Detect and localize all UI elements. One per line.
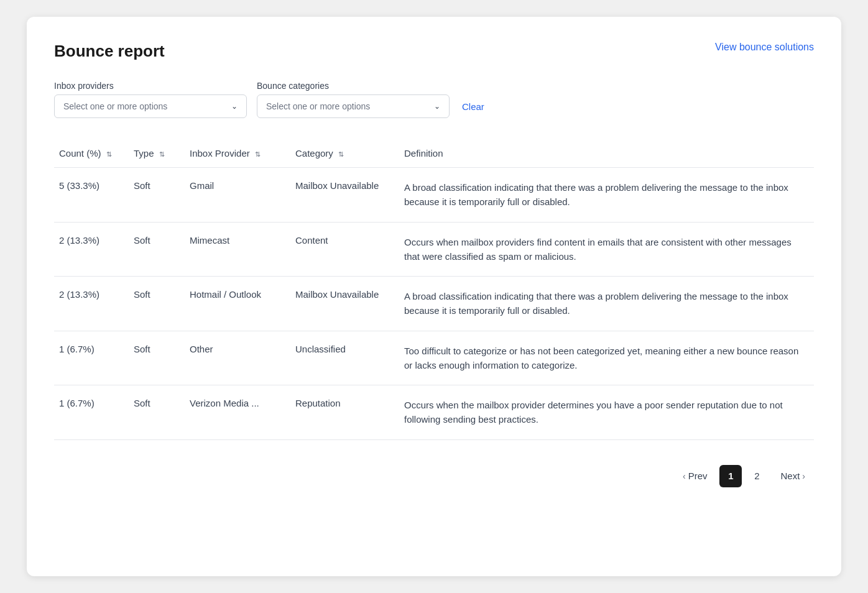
table-row: 2 (13.3%) Soft Hotmail / Outlook Mailbox… (54, 277, 814, 331)
cell-provider-2: Hotmail / Outlook (185, 277, 290, 331)
table-row: 1 (6.7%) Soft Other Unclassified Too dif… (54, 331, 814, 385)
col-header-category: Category ⇅ (290, 140, 399, 168)
bounce-categories-select[interactable]: Select one or more options ⌄ (257, 94, 450, 118)
col-header-type: Type ⇅ (129, 140, 185, 168)
page-1-button[interactable]: 1 (719, 465, 742, 487)
inbox-providers-label: Inbox providers (54, 81, 247, 91)
table-row: 2 (13.3%) Soft Mimecast Content Occurs w… (54, 222, 814, 277)
col-header-count: Count (%) ⇅ (54, 140, 129, 168)
cell-provider-4: Verizon Media ... (185, 385, 290, 440)
cell-type-4: Soft (129, 385, 185, 440)
sort-icon-provider[interactable]: ⇅ (255, 150, 261, 159)
cell-count-1: 2 (13.3%) (54, 222, 129, 277)
page-header: Bounce report View bounce solutions (54, 42, 814, 61)
col-header-provider: Inbox Provider ⇅ (185, 140, 290, 168)
table-row: 1 (6.7%) Soft Verizon Media ... Reputati… (54, 385, 814, 440)
cell-definition-2: A broad classification indicating that t… (399, 277, 814, 331)
cell-category-1: Content (290, 222, 399, 277)
col-header-definition: Definition (399, 140, 814, 168)
chevron-right-icon: › (802, 471, 805, 481)
cell-category-3: Unclassified (290, 331, 399, 385)
cell-count-0: 5 (33.3%) (54, 168, 129, 223)
cell-type-1: Soft (129, 222, 185, 277)
bounce-categories-placeholder: Select one or more options (266, 101, 370, 111)
table-header-row: Count (%) ⇅ Type ⇅ Inbox Provider ⇅ Cate… (54, 140, 814, 168)
inbox-providers-filter: Inbox providers Select one or more optio… (54, 81, 247, 118)
bounce-report-card: Bounce report View bounce solutions Inbo… (27, 17, 841, 576)
cell-provider-0: Gmail (185, 168, 290, 223)
sort-icon-type[interactable]: ⇅ (159, 150, 165, 159)
cell-provider-1: Mimecast (185, 222, 290, 277)
cell-definition-3: Too difficult to categorize or has not b… (399, 331, 814, 385)
table-row: 5 (33.3%) Soft Gmail Mailbox Unavailable… (54, 168, 814, 223)
page-2-button[interactable]: 2 (746, 465, 768, 487)
cell-count-2: 2 (13.3%) (54, 277, 129, 331)
view-solutions-link[interactable]: View bounce solutions (715, 42, 814, 53)
cell-definition-0: A broad classification indicating that t… (399, 168, 814, 223)
cell-type-0: Soft (129, 168, 185, 223)
cell-category-0: Mailbox Unavailable (290, 168, 399, 223)
chevron-down-icon: ⌄ (231, 102, 238, 111)
inbox-providers-select[interactable]: Select one or more options ⌄ (54, 94, 247, 118)
sort-icon-category[interactable]: ⇅ (338, 150, 344, 159)
chevron-down-icon-2: ⌄ (434, 102, 440, 111)
filters-bar: Inbox providers Select one or more optio… (54, 81, 814, 118)
cell-definition-4: Occurs when the mailbox provider determi… (399, 385, 814, 440)
page-title: Bounce report (54, 42, 165, 61)
inbox-providers-placeholder: Select one or more options (63, 101, 167, 111)
bounce-categories-label: Bounce categories (257, 81, 450, 91)
chevron-left-icon: ‹ (683, 471, 686, 481)
cell-definition-1: Occurs when mailbox providers find conte… (399, 222, 814, 277)
prev-button[interactable]: ‹ Prev (674, 466, 716, 486)
bounce-table: Count (%) ⇅ Type ⇅ Inbox Provider ⇅ Cate… (54, 140, 814, 440)
cell-type-2: Soft (129, 277, 185, 331)
clear-button[interactable]: Clear (459, 95, 487, 118)
cell-count-4: 1 (6.7%) (54, 385, 129, 440)
cell-category-2: Mailbox Unavailable (290, 277, 399, 331)
cell-type-3: Soft (129, 331, 185, 385)
cell-category-4: Reputation (290, 385, 399, 440)
bounce-categories-filter: Bounce categories Select one or more opt… (257, 81, 450, 118)
cell-provider-3: Other (185, 331, 290, 385)
cell-count-3: 1 (6.7%) (54, 331, 129, 385)
next-button[interactable]: Next › (772, 466, 814, 486)
sort-icon-count[interactable]: ⇅ (106, 150, 112, 159)
pagination: ‹ Prev 1 2 Next › (54, 460, 814, 487)
